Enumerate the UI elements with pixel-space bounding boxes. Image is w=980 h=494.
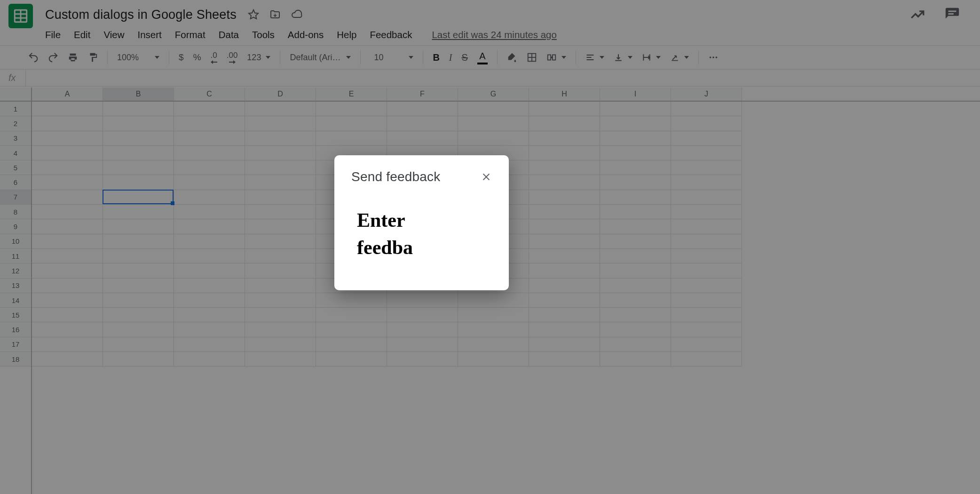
dialog-title: Send feedback bbox=[351, 169, 440, 184]
dialog-prompt: Enter feedba bbox=[357, 207, 423, 262]
close-icon bbox=[481, 172, 491, 182]
feedback-dialog: Send feedback Enter feedba bbox=[334, 155, 509, 290]
close-button[interactable] bbox=[478, 168, 495, 185]
